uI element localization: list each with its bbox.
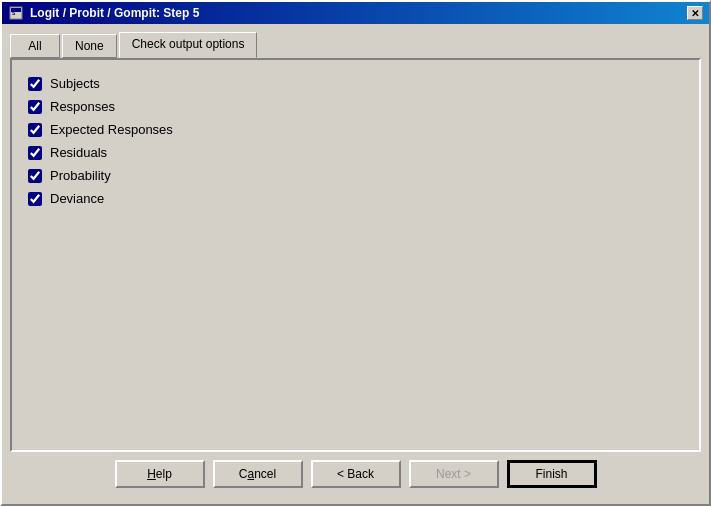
label-probability: Probability (50, 168, 111, 183)
checkbox-responses[interactable] (28, 100, 42, 114)
checkbox-subjects[interactable] (28, 77, 42, 91)
checkbox-item-expected-responses[interactable]: Expected Responses (28, 122, 683, 137)
checkbox-deviance[interactable] (28, 192, 42, 206)
label-expected-responses: Expected Responses (50, 122, 173, 137)
label-deviance: Deviance (50, 191, 104, 206)
checkbox-probability[interactable] (28, 169, 42, 183)
app-icon: S (8, 5, 24, 21)
checkbox-item-probability[interactable]: Probability (28, 168, 683, 183)
dialog-window: S Logit / Probit / Gompit: Step 5 ✕ All … (0, 0, 711, 506)
checkbox-list: Subjects Responses Expected Responses Re… (28, 76, 683, 206)
title-text: Logit / Probit / Gompit: Step 5 (30, 6, 199, 20)
close-button[interactable]: ✕ (687, 6, 703, 20)
tab-check-output[interactable]: Check output options (119, 32, 258, 58)
cancel-button[interactable]: Cancel (213, 460, 303, 488)
title-bar-left: S Logit / Probit / Gompit: Step 5 (8, 5, 199, 21)
checkbox-residuals[interactable] (28, 146, 42, 160)
checkbox-item-deviance[interactable]: Deviance (28, 191, 683, 206)
label-responses: Responses (50, 99, 115, 114)
checkbox-item-residuals[interactable]: Residuals (28, 145, 683, 160)
finish-button[interactable]: Finish (507, 460, 597, 488)
title-bar: S Logit / Probit / Gompit: Step 5 ✕ (2, 2, 709, 24)
label-residuals: Residuals (50, 145, 107, 160)
back-button[interactable]: < Back (311, 460, 401, 488)
main-panel: Subjects Responses Expected Responses Re… (10, 58, 701, 452)
dialog-content: All None Check output options Subjects R… (2, 24, 709, 504)
tab-all[interactable]: All (10, 34, 60, 58)
checkbox-item-responses[interactable]: Responses (28, 99, 683, 114)
tab-none[interactable]: None (62, 34, 117, 58)
tabs-row: All None Check output options (10, 32, 701, 58)
checkbox-expected-responses[interactable] (28, 123, 42, 137)
next-button[interactable]: Next > (409, 460, 499, 488)
label-subjects: Subjects (50, 76, 100, 91)
help-button[interactable]: Help (115, 460, 205, 488)
button-bar: Help Cancel < Back Next > Finish (10, 452, 701, 496)
checkbox-item-subjects[interactable]: Subjects (28, 76, 683, 91)
